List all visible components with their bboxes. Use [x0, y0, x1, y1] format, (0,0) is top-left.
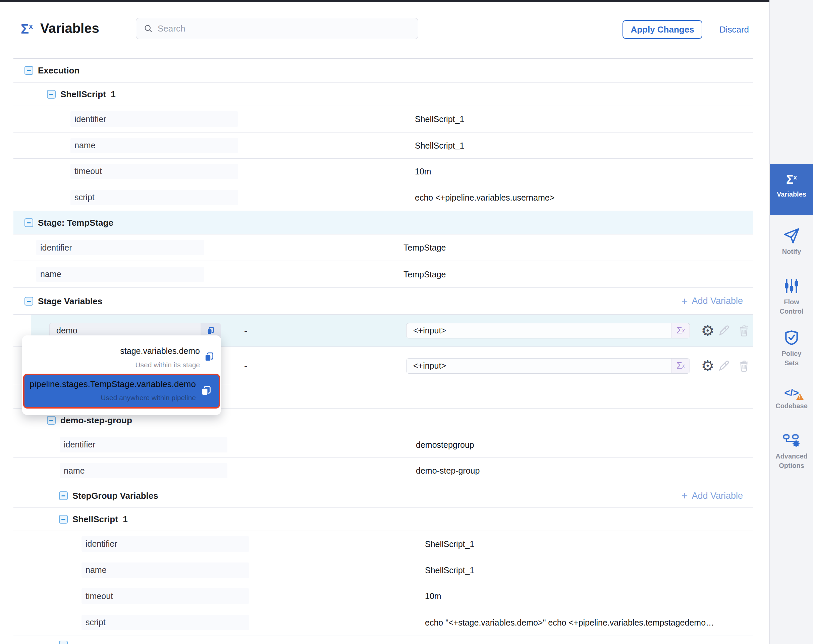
- add-variable-button[interactable]: + Add Variable: [681, 491, 743, 501]
- apply-changes-button[interactable]: Apply Changes: [623, 20, 702, 39]
- required-dash: -: [244, 325, 247, 336]
- collapse-icon[interactable]: [25, 218, 33, 227]
- warning-triangle-icon: [796, 393, 804, 400]
- plus-icon: +: [681, 491, 688, 501]
- section-row-stage-variables: Stage Variables + Add Variable: [14, 288, 753, 314]
- expression-option-pipeline-scope-selected[interactable]: pipeline.stages.TempStage.variables.demo…: [23, 374, 220, 409]
- collapse-icon[interactable]: [59, 491, 68, 500]
- expression-toggle-button[interactable]: Σx: [672, 359, 690, 373]
- section-row-execution: Execution: [14, 59, 753, 83]
- section-row-shellscript-inner: ShellScript_1: [14, 508, 753, 531]
- expression-text: pipeline.stages.TempStage.variables.demo: [29, 379, 196, 389]
- sidebar-item-flow-control[interactable]: Flow Control: [770, 278, 813, 316]
- row-value: 10m: [425, 591, 442, 601]
- kv-row: name demo-step-group: [14, 457, 753, 484]
- delete-trash-icon[interactable]: [738, 359, 750, 373]
- row-value: TempStage: [403, 243, 446, 253]
- row-value: demo-step-group: [416, 466, 480, 475]
- sidebar-item-label: Options: [770, 461, 813, 470]
- variable-name-text: demo: [56, 326, 77, 336]
- section-row-stepgroup-variables: StepGroup Variables + Add Variable: [14, 484, 753, 508]
- sidebar-item-label: Policy: [770, 349, 813, 358]
- collapse-icon[interactable]: [25, 297, 33, 305]
- kv-row: script echo "<+stage.variables.demo>" ec…: [14, 609, 753, 636]
- row-value: ShellScript_1: [415, 141, 464, 150]
- sidebar-item-label: Advanced: [770, 451, 813, 461]
- kv-row: identifier ShellScript_1: [14, 106, 753, 132]
- copy-icon[interactable]: [201, 385, 212, 398]
- kv-row: name ShellScript_1: [14, 132, 753, 159]
- kv-row: identifier TempStage: [14, 235, 753, 261]
- stage-header-row: Stage: TempStage: [14, 211, 753, 235]
- add-variable-button[interactable]: + Add Variable: [681, 296, 743, 307]
- sidebar-item-notify[interactable]: Notify: [770, 227, 813, 256]
- settings-gear-icon[interactable]: ⚙: [700, 324, 715, 338]
- expression-option-stage-scope[interactable]: stage.variables.demo Used within its sta…: [22, 336, 221, 373]
- kv-row: identifier demostepgroup: [14, 432, 753, 457]
- stage-label: Stage: TempStage: [38, 217, 114, 228]
- variable-expression-popover: stage.variables.demo Used within its sta…: [22, 336, 221, 415]
- collapse-icon[interactable]: [47, 416, 56, 425]
- edit-pencil-icon[interactable]: [717, 359, 730, 373]
- section-label: demo-step-group: [60, 415, 132, 425]
- row-value: ShellScript_1: [425, 539, 474, 549]
- delete-trash-icon[interactable]: [738, 324, 750, 338]
- edit-pencil-icon[interactable]: [717, 324, 730, 338]
- shield-check-icon: [770, 330, 813, 346]
- header-divider: [0, 55, 769, 55]
- row-value: TempStage: [403, 269, 446, 279]
- sidebar-item-policy-sets[interactable]: Policy Sets: [770, 330, 813, 368]
- expression-text: stage.variables.demo: [120, 346, 200, 356]
- discard-button[interactable]: Discard: [716, 20, 753, 39]
- required-dash: -: [244, 360, 247, 371]
- expression-scope-text: Used within its stage: [135, 361, 200, 369]
- key-field: script: [71, 190, 238, 205]
- search-placeholder: Search: [158, 23, 185, 34]
- variable-value-input[interactable]: <+input> Σx: [406, 323, 690, 339]
- pipeline-right-sidebar: Σx Variables Notify Flow Control Policy …: [769, 0, 813, 644]
- kv-row: name TempStage: [14, 261, 753, 288]
- sliders-icon: [770, 278, 813, 294]
- collapse-icon[interactable]: [47, 90, 56, 99]
- section-label: ShellScript_1: [60, 89, 116, 99]
- kv-row: timeout 10m: [14, 583, 753, 609]
- copy-icon: [206, 327, 215, 335]
- plus-icon: +: [681, 296, 688, 307]
- sidebar-item-advanced-options[interactable]: Advanced Options: [770, 433, 813, 470]
- row-value: echo "<+stage.variables.demo>" echo <+pi…: [425, 618, 714, 627]
- sidebar-item-variables[interactable]: Σx Variables: [770, 164, 813, 215]
- variables-sigma-icon: Σx: [21, 21, 33, 37]
- section-label: StepGroup Variables: [72, 491, 158, 501]
- collapse-icon[interactable]: [59, 515, 68, 524]
- row-value: ShellScript_1: [415, 114, 464, 124]
- variables-panel-header: Σx Variables Search Apply Changes Discar…: [0, 2, 769, 55]
- kv-row: script echo <+pipeline.variables.usernam…: [14, 184, 753, 211]
- variables-sigma-icon: Σx: [786, 173, 797, 187]
- key-field: name: [36, 267, 204, 282]
- partial-row: [14, 636, 753, 644]
- key-field: name: [71, 138, 238, 153]
- settings-gear-icon[interactable]: ⚙: [700, 359, 715, 373]
- section-row-shellscript: ShellScript_1: [14, 83, 753, 106]
- sidebar-item-label: Codebase: [770, 401, 813, 411]
- expression-scope-text: Used anywhere within pipeline: [101, 394, 196, 402]
- row-value: demostepgroup: [416, 440, 474, 449]
- code-warning-icon: </>: [770, 387, 813, 399]
- kv-row: identifier ShellScript_1: [14, 531, 753, 557]
- row-value: 10m: [415, 166, 431, 176]
- variable-value-text: <+input>: [413, 361, 446, 371]
- sidebar-item-codebase[interactable]: </> Codebase: [770, 387, 813, 411]
- sidebar-item-label: Control: [770, 307, 813, 316]
- search-icon: [144, 24, 153, 33]
- collapse-icon[interactable]: [25, 66, 33, 75]
- variable-value-text: <+input>: [413, 326, 446, 336]
- search-input[interactable]: Search: [136, 18, 418, 39]
- row-value: echo <+pipeline.variables.username>: [415, 193, 554, 202]
- collapse-icon[interactable]: [59, 641, 68, 644]
- sidebar-item-label: Variables: [770, 190, 813, 199]
- copy-icon[interactable]: [204, 351, 215, 363]
- page-title: Variables: [40, 21, 99, 36]
- expression-toggle-button[interactable]: Σx: [672, 324, 690, 338]
- variable-value-input[interactable]: <+input> Σx: [406, 358, 690, 374]
- key-field: timeout: [71, 164, 238, 179]
